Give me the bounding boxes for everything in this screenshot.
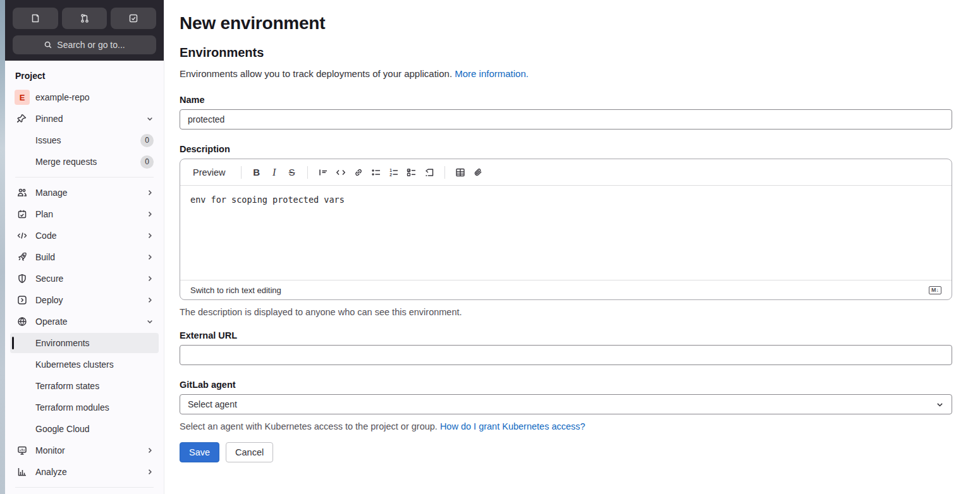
link-icon bbox=[353, 167, 364, 178]
numbered-list-button[interactable]: 12 bbox=[385, 164, 403, 181]
description-field-group: Description Preview B I S bbox=[180, 144, 952, 317]
code-label: Code bbox=[35, 231, 56, 241]
description-help-text: The description is displayed to anyone w… bbox=[180, 307, 952, 317]
attach-file-button[interactable] bbox=[469, 164, 487, 181]
sidebar-item-analyze[interactable]: Analyze bbox=[10, 462, 159, 482]
agent-help-body: Select an agent with Kubernetes access t… bbox=[180, 421, 438, 431]
search-icon bbox=[44, 40, 52, 49]
sidebar-item-operate[interactable]: Operate bbox=[10, 311, 159, 332]
intro-text-body: Environments allow you to track deployme… bbox=[180, 68, 452, 79]
sidebar-top-bar: Search or go to... bbox=[5, 0, 164, 61]
editor-footer: Switch to rich text editing M↓ bbox=[180, 280, 952, 299]
gitlab-agent-label: GitLab agent bbox=[180, 380, 952, 390]
chevron-right-icon bbox=[146, 253, 154, 261]
sidebar-item-issues[interactable]: Issues 0 bbox=[10, 130, 159, 150]
users-icon bbox=[17, 188, 27, 198]
external-url-label: External URL bbox=[180, 330, 952, 340]
strikethrough-button[interactable]: S bbox=[283, 164, 301, 181]
editor-toolbar: Preview B I S bbox=[180, 159, 952, 186]
terraform-modules-label: Terraform modules bbox=[35, 402, 109, 413]
sidebar-item-google-cloud[interactable]: Google Cloud bbox=[10, 419, 159, 439]
external-url-input[interactable] bbox=[180, 345, 952, 365]
sidebar-item-monitor[interactable]: Monitor bbox=[10, 440, 159, 461]
chevron-right-icon bbox=[146, 447, 154, 454]
insert-link-button[interactable] bbox=[350, 164, 367, 181]
sidebar-item-deploy[interactable]: Deploy bbox=[10, 290, 159, 310]
analyze-label: Analyze bbox=[35, 467, 67, 477]
toolbar-divider bbox=[444, 166, 445, 179]
environments-label: Environments bbox=[35, 338, 90, 348]
plan-label: Plan bbox=[35, 209, 53, 219]
save-button[interactable]: Save bbox=[180, 442, 219, 462]
name-field-group: Name bbox=[180, 95, 952, 130]
issues-label: Issues bbox=[35, 135, 61, 145]
description-label: Description bbox=[180, 144, 952, 154]
sidebar-item-kubernetes-clusters[interactable]: Kubernetes clusters bbox=[10, 354, 159, 375]
description-textarea[interactable]: env for scoping protected vars bbox=[180, 186, 952, 278]
preview-tab[interactable]: Preview bbox=[190, 164, 228, 181]
search-label: Search or go to... bbox=[57, 40, 125, 50]
chevron-right-icon bbox=[146, 189, 154, 196]
sidebar-item-build[interactable]: Build bbox=[10, 247, 159, 267]
issues-count-badge: 0 bbox=[140, 134, 154, 147]
deploy-icon bbox=[17, 295, 27, 305]
code-icon bbox=[336, 167, 346, 178]
sidebar-item-code[interactable]: Code bbox=[10, 226, 159, 246]
shield-icon bbox=[17, 274, 27, 284]
sidebar-item-plan[interactable]: Plan bbox=[10, 204, 159, 224]
bullet-list-button[interactable] bbox=[367, 164, 385, 181]
deploy-label: Deploy bbox=[35, 295, 63, 305]
project-name: example-repo bbox=[35, 92, 90, 102]
sidebar-item-merge-requests[interactable]: Merge requests 0 bbox=[10, 152, 159, 172]
svg-text:1: 1 bbox=[389, 168, 392, 172]
operate-label: Operate bbox=[35, 316, 68, 327]
google-cloud-label: Google Cloud bbox=[35, 424, 90, 434]
environments-heading: Environments bbox=[180, 45, 952, 60]
italic-button[interactable]: I bbox=[266, 164, 283, 181]
more-information-link[interactable]: More information. bbox=[455, 68, 529, 79]
name-input[interactable] bbox=[180, 109, 952, 130]
cancel-button[interactable]: Cancel bbox=[226, 442, 273, 462]
agent-help-text: Select an agent with Kubernetes access t… bbox=[180, 421, 952, 431]
markdown-editor: Preview B I S bbox=[180, 159, 952, 300]
sidebar-item-manage[interactable]: Manage bbox=[10, 183, 159, 203]
pinned-label: Pinned bbox=[35, 114, 63, 124]
switch-rich-text-link[interactable]: Switch to rich text editing bbox=[190, 286, 281, 295]
issues-shortcut-button[interactable] bbox=[13, 8, 58, 29]
collapsible-section-button[interactable] bbox=[420, 164, 438, 181]
monitor-label: Monitor bbox=[35, 445, 65, 455]
search-button[interactable]: Search or go to... bbox=[13, 35, 156, 54]
collapsible-section-icon bbox=[424, 167, 434, 178]
sidebar-item-project[interactable]: E example-repo bbox=[10, 87, 159, 107]
toolbar-divider bbox=[307, 166, 308, 179]
insert-table-button[interactable] bbox=[451, 164, 469, 181]
blockquote-icon bbox=[318, 167, 328, 178]
name-label: Name bbox=[180, 95, 952, 105]
merge-requests-shortcut-button[interactable] bbox=[62, 8, 107, 29]
task-list-button[interactable] bbox=[403, 164, 420, 181]
sidebar-item-secure[interactable]: Secure bbox=[10, 268, 159, 289]
sidebar: Search or go to... Project E example-rep… bbox=[5, 0, 164, 494]
kubernetes-access-link[interactable]: How do I grant Kubernetes access? bbox=[440, 421, 585, 431]
kubernetes-clusters-label: Kubernetes clusters bbox=[35, 359, 114, 370]
merge-requests-count-badge: 0 bbox=[140, 155, 154, 169]
sidebar-item-terraform-modules[interactable]: Terraform modules bbox=[10, 397, 159, 418]
sidebar-item-environments[interactable]: Environments bbox=[10, 333, 159, 353]
chevron-right-icon bbox=[146, 210, 154, 218]
chevron-down-icon bbox=[146, 115, 154, 123]
merge-requests-label: Merge requests bbox=[35, 157, 97, 167]
sidebar-item-pinned[interactable]: Pinned bbox=[10, 109, 159, 129]
secure-label: Secure bbox=[35, 274, 63, 284]
agent-select[interactable]: Select agent bbox=[180, 394, 952, 414]
sidebar-item-terraform-states[interactable]: Terraform states bbox=[10, 376, 159, 396]
code-block-button[interactable] bbox=[332, 164, 350, 181]
bold-button[interactable]: B bbox=[248, 164, 266, 181]
build-label: Build bbox=[35, 252, 55, 262]
blockquote-button[interactable] bbox=[314, 164, 332, 181]
chevron-right-icon bbox=[146, 232, 154, 239]
manage-label: Manage bbox=[35, 188, 68, 198]
issues-icon bbox=[30, 13, 40, 23]
toolbar-divider bbox=[241, 166, 242, 179]
todo-shortcut-button[interactable] bbox=[111, 8, 156, 29]
sidebar-nav: Project E example-repo Pinned Issues 0 M… bbox=[5, 61, 164, 494]
